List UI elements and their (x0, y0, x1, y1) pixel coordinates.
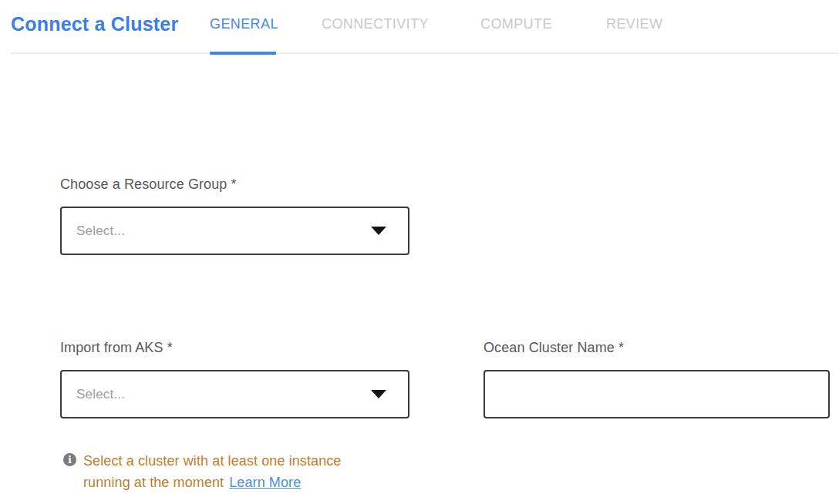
tab-review[interactable]: REVIEW (606, 16, 662, 32)
wizard-header: Connect a Cluster GENERAL CONNECTIVITY C… (0, 0, 839, 54)
import-aks-select[interactable]: Select... (60, 370, 409, 418)
tab-compute[interactable]: COMPUTE (480, 16, 552, 32)
learn-more-link[interactable]: Learn More (229, 475, 301, 490)
import-aks-label: Import from AKS * (60, 340, 173, 356)
page-title: Connect a Cluster (11, 13, 178, 35)
ocean-cluster-name-input[interactable] (484, 370, 830, 418)
active-tab-underline (210, 52, 276, 55)
chevron-down-icon (371, 227, 386, 235)
resource-group-label: Choose a Resource Group * (60, 176, 237, 193)
ocean-cluster-name-label: Ocean Cluster Name * (484, 340, 624, 356)
info-icon: i (63, 453, 76, 466)
cluster-requirement-note: i Select a cluster with at least one ins… (62, 450, 370, 493)
resource-group-select-value: Select... (76, 223, 371, 239)
tab-connectivity[interactable]: CONNECTIVITY (322, 16, 429, 32)
note-text-block: Select a cluster with at least one insta… (83, 450, 366, 493)
import-aks-select-value: Select... (76, 387, 371, 402)
header-divider (11, 52, 839, 54)
chevron-down-icon (371, 390, 386, 398)
resource-group-select[interactable]: Select... (60, 207, 409, 255)
note-text: Select a cluster with at least one insta… (83, 453, 341, 490)
tab-general[interactable]: GENERAL (210, 16, 278, 32)
